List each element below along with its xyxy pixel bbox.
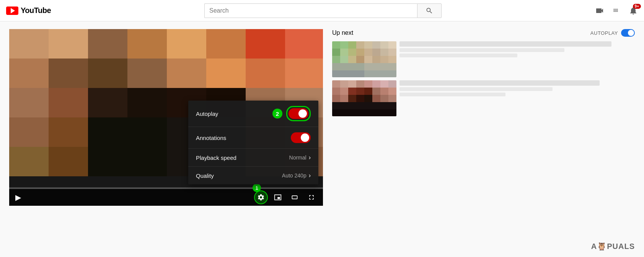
- autoplay-sidebar-toggle[interactable]: [621, 29, 635, 37]
- watermark-text: A🦉PUALS: [591, 242, 635, 250]
- playback-chevron: ›: [309, 154, 311, 161]
- video-info-1: [399, 41, 635, 77]
- svg-rect-83: [364, 95, 372, 102]
- svg-rect-68: [372, 80, 380, 88]
- search-bar: [204, 3, 442, 18]
- autoplay-toggle[interactable]: [289, 108, 308, 119]
- svg-rect-4: [167, 29, 206, 59]
- menu-item-quality[interactable]: Quality Auto 240p ›: [188, 167, 318, 184]
- svg-rect-13: [206, 59, 246, 88]
- theater-icon: [291, 194, 298, 201]
- video-controls: ▶ 1: [9, 187, 323, 206]
- svg-rect-1: [49, 29, 88, 59]
- autoplay-sidebar-thumb: [628, 30, 634, 36]
- apps-icon: [612, 6, 621, 15]
- svg-rect-85: [380, 95, 388, 102]
- video-views-2: [399, 93, 505, 96]
- autoplay-text: AUTOPLAY: [590, 30, 618, 36]
- svg-rect-38: [356, 41, 364, 49]
- fullscreen-button[interactable]: [305, 190, 318, 204]
- step-1-badge: 1: [253, 184, 261, 192]
- svg-rect-58: [388, 56, 396, 63]
- youtube-icon: [6, 7, 18, 15]
- svg-rect-80: [340, 95, 348, 102]
- quality-chevron: ›: [309, 172, 311, 179]
- svg-rect-78: [388, 88, 396, 95]
- svg-rect-19: [127, 88, 167, 117]
- svg-rect-35: [332, 41, 340, 49]
- svg-rect-65: [348, 80, 356, 88]
- play-button[interactable]: ▶: [14, 191, 23, 203]
- svg-rect-86: [388, 95, 396, 102]
- theater-button[interactable]: [288, 190, 302, 204]
- svg-rect-81: [348, 95, 356, 102]
- step-2-badge: 2: [272, 109, 282, 119]
- youtube-logo[interactable]: YouTube: [6, 6, 51, 15]
- svg-rect-66: [356, 80, 364, 88]
- svg-rect-69: [380, 80, 388, 88]
- header: YouTube 9+: [0, 0, 644, 21]
- svg-rect-26: [88, 117, 180, 176]
- video-container[interactable]: Autoplay 2: [9, 29, 323, 206]
- svg-rect-36: [340, 41, 348, 49]
- svg-rect-53: [348, 56, 356, 63]
- autoplay-toggle-track: [289, 108, 308, 119]
- svg-rect-14: [246, 59, 285, 88]
- svg-rect-67: [364, 80, 372, 88]
- main-content: Autoplay 2: [0, 21, 644, 213]
- svg-rect-47: [364, 49, 372, 56]
- svg-rect-45: [348, 49, 356, 56]
- youtube-text: YouTube: [21, 6, 51, 15]
- notification-badge: 9+: [633, 4, 641, 9]
- svg-rect-25: [49, 117, 88, 147]
- settings-btn-wrapper: 1: [254, 190, 268, 204]
- svg-rect-52: [340, 56, 348, 63]
- svg-rect-84: [372, 95, 380, 102]
- svg-rect-41: [380, 41, 388, 49]
- header-right: 9+: [595, 6, 638, 15]
- svg-rect-50: [388, 49, 396, 56]
- video-card-1[interactable]: [332, 41, 635, 77]
- svg-rect-37: [348, 41, 356, 49]
- autoplay-toggle-wrapper[interactable]: [286, 106, 311, 121]
- search-input[interactable]: [204, 3, 417, 18]
- svg-rect-59: [332, 63, 364, 70]
- video-views-1: [399, 54, 517, 57]
- svg-rect-8: [9, 59, 49, 88]
- menu-item-autoplay[interactable]: Autoplay 2: [188, 101, 318, 127]
- menu-item-playback-speed[interactable]: Playback speed Normal ›: [188, 149, 318, 167]
- create-button[interactable]: [595, 6, 604, 15]
- thumb-image-2: [332, 80, 396, 116]
- settings-menu: Autoplay 2: [188, 101, 318, 184]
- notification-button[interactable]: 9+: [629, 6, 638, 15]
- header-left: YouTube: [6, 6, 51, 15]
- appuals-watermark: A🦉PUALS: [591, 242, 635, 251]
- svg-rect-61: [332, 70, 364, 77]
- quality-label: Quality: [196, 172, 214, 179]
- svg-rect-39: [364, 41, 372, 49]
- sidebar: Up next AUTOPLAY: [332, 29, 635, 206]
- autoplay-label: Autoplay: [196, 111, 218, 117]
- search-button[interactable]: [417, 3, 442, 18]
- video-info-2: [399, 80, 635, 116]
- search-icon: [426, 7, 433, 15]
- svg-rect-42: [388, 41, 396, 49]
- svg-rect-44: [340, 49, 348, 56]
- svg-rect-62: [364, 70, 396, 77]
- svg-rect-51: [332, 56, 340, 63]
- gear-icon: [257, 194, 265, 201]
- svg-rect-48: [372, 49, 380, 56]
- quality-value: Auto 240p ›: [282, 172, 311, 179]
- miniplayer-button[interactable]: [271, 190, 285, 204]
- svg-rect-6: [246, 29, 285, 59]
- menu-item-annotations[interactable]: Annotations: [188, 127, 318, 149]
- settings-button[interactable]: [254, 190, 268, 204]
- svg-rect-2: [88, 29, 127, 59]
- annotations-toggle[interactable]: [291, 132, 311, 143]
- svg-rect-31: [49, 147, 88, 176]
- svg-rect-57: [380, 56, 388, 63]
- apps-button[interactable]: [612, 6, 621, 15]
- svg-rect-9: [49, 59, 88, 88]
- video-card-2[interactable]: [332, 80, 635, 116]
- fullscreen-icon: [308, 194, 315, 201]
